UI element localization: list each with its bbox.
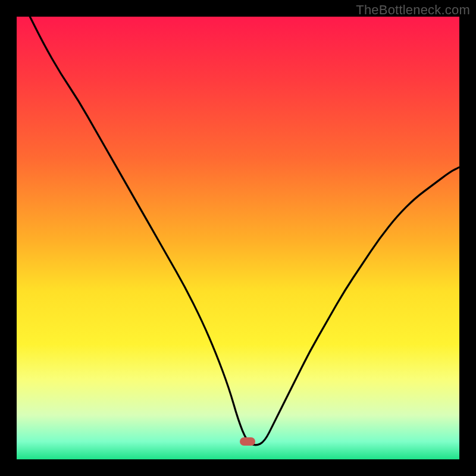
bottleneck-curve (17, 17, 459, 459)
plot-area (17, 17, 459, 459)
optimal-marker (240, 437, 255, 446)
watermark-text: TheBottleneck.com (356, 2, 470, 18)
chart-frame: TheBottleneck.com (0, 0, 476, 476)
